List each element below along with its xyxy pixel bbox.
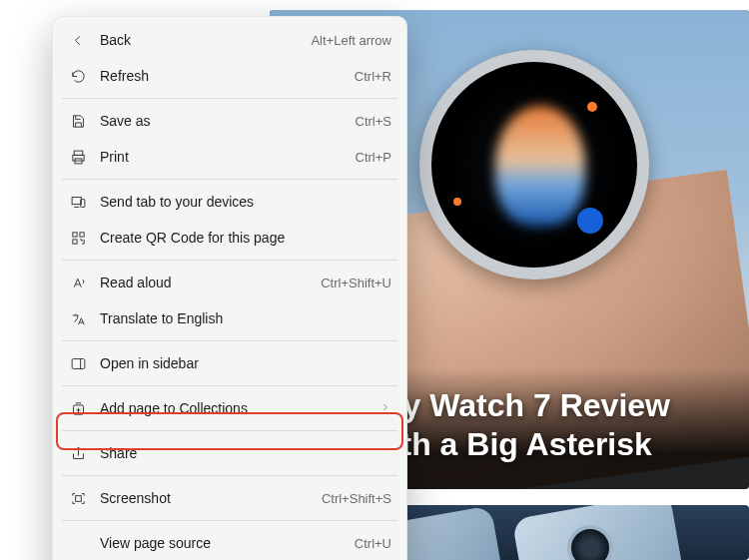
menu-label: Print (100, 149, 348, 165)
read-aloud-icon (68, 273, 88, 292)
sidebar-icon (68, 353, 88, 373)
menu-shortcut: Ctrl+R (355, 69, 391, 84)
screenshot-icon (68, 488, 88, 508)
menu-label: Open in sidebar (100, 355, 391, 371)
menu-separator (62, 475, 397, 476)
menu-shortcut: Ctrl+Shift+U (321, 276, 391, 290)
menu-item-back[interactable]: Back Alt+Left arrow (58, 22, 401, 58)
svg-rect-6 (79, 232, 83, 236)
devices-icon (68, 192, 88, 212)
menu-item-refresh[interactable]: Refresh Ctrl+R (58, 58, 401, 94)
menu-shortcut: Alt+Left arrow (311, 33, 391, 48)
share-icon (68, 443, 88, 463)
qr-icon (68, 228, 88, 248)
back-icon (68, 30, 88, 50)
menu-item-send-tab[interactable]: Send tab to your devices (58, 184, 401, 220)
menu-label: Back (100, 32, 303, 48)
menu-shortcut: Ctrl+U (355, 536, 391, 551)
svg-rect-8 (72, 358, 85, 368)
submenu-arrow-icon (379, 400, 391, 416)
menu-label: Send tab to your devices (100, 194, 391, 210)
menu-item-screenshot[interactable]: Screenshot Ctrl+Shift+S (58, 480, 401, 516)
menu-item-open-sidebar[interactable]: Open in sidebar (58, 345, 401, 381)
menu-label: Create QR Code for this page (100, 230, 391, 246)
menu-item-collections[interactable]: Add page to Collections (58, 390, 401, 426)
menu-label: Add page to Collections (100, 400, 372, 416)
collections-icon (68, 398, 88, 418)
menu-item-print[interactable]: Print Ctrl+P (58, 139, 401, 175)
watch-image (419, 50, 649, 280)
translate-icon (68, 308, 88, 328)
print-icon (68, 147, 88, 167)
menu-label: Screenshot (100, 490, 314, 506)
menu-item-share[interactable]: Share (58, 435, 401, 471)
menu-item-read-aloud[interactable]: Read aloud Ctrl+Shift+U (58, 265, 401, 300)
menu-separator (62, 260, 397, 261)
menu-separator (62, 520, 397, 521)
menu-label: Share (100, 445, 391, 461)
menu-separator (62, 385, 397, 386)
menu-label: Translate to English (100, 310, 391, 326)
menu-label: Refresh (100, 68, 347, 84)
svg-rect-0 (74, 151, 83, 155)
svg-rect-3 (72, 197, 81, 204)
menu-separator (62, 340, 397, 341)
svg-rect-7 (72, 239, 76, 243)
menu-separator (62, 179, 397, 180)
svg-rect-10 (75, 495, 81, 501)
refresh-icon (68, 66, 88, 86)
menu-shortcut: Ctrl+P (356, 150, 391, 165)
menu-label: Read aloud (100, 275, 313, 290)
menu-separator (62, 430, 397, 431)
menu-item-view-source[interactable]: View page source Ctrl+U (58, 525, 401, 560)
menu-separator (62, 98, 397, 99)
menu-item-translate[interactable]: Translate to English (58, 300, 401, 336)
menu-item-save-as[interactable]: Save as Ctrl+S (58, 103, 401, 139)
svg-rect-5 (72, 232, 76, 236)
menu-shortcut: Ctrl+S (356, 114, 391, 129)
menu-item-qr-code[interactable]: Create QR Code for this page (58, 220, 401, 256)
save-icon (68, 111, 88, 131)
menu-label: View page source (100, 535, 347, 551)
menu-shortcut: Ctrl+Shift+S (322, 491, 391, 506)
context-menu: Back Alt+Left arrow Refresh Ctrl+R Save … (52, 16, 407, 560)
menu-label: Save as (100, 113, 348, 129)
